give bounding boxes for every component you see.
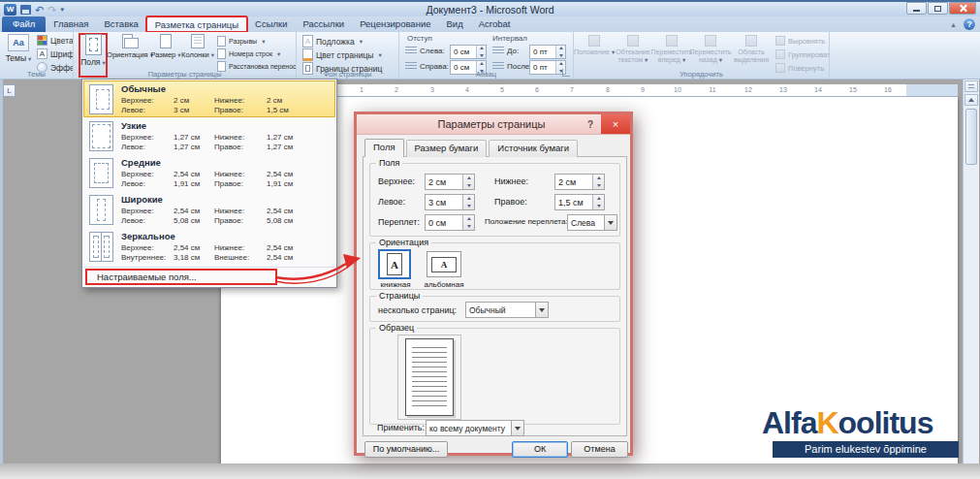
up-arrow-icon[interactable] [463, 175, 474, 182]
scrollbar-thumb[interactable] [965, 109, 977, 165]
margins-option-mirrored[interactable]: Зеркальное Верхнее:2,54 смНижнее:2,54 см… [83, 228, 335, 265]
top-margin-stepper[interactable]: 2 см [425, 174, 475, 190]
indent-left-arrows[interactable] [476, 46, 486, 58]
down-arrow-icon[interactable] [463, 182, 474, 190]
tab-mailings[interactable]: Рассылки [295, 16, 352, 32]
minimize-ribbon-icon[interactable]: ▲ [950, 21, 957, 28]
themes-button[interactable]: Темы [4, 34, 33, 63]
up-arrow-icon[interactable] [463, 215, 474, 223]
tab-references[interactable]: Ссылки [247, 16, 295, 32]
dialog-close-button[interactable]: × [601, 114, 630, 134]
left-margin-stepper[interactable]: 3 см [425, 194, 475, 210]
dialog-title-bar[interactable]: Параметры страницы ? × [357, 114, 630, 135]
indent-left-stepper[interactable]: 0 см [450, 45, 487, 59]
close-button[interactable] [949, 2, 976, 15]
selection-pane-button[interactable]: Область выделения [731, 35, 772, 63]
line-numbers-button[interactable]: Номера строк [217, 48, 280, 59]
tab-stop-selector[interactable]: L [3, 84, 16, 97]
down-arrow-icon[interactable] [463, 203, 474, 210]
help-icon[interactable]: ? [964, 18, 975, 30]
apply-to-select[interactable]: ко всему документу [426, 420, 524, 436]
down-arrow-icon[interactable] [593, 182, 604, 190]
tab-review[interactable]: Рецензирование [352, 16, 438, 32]
tab-acrobat[interactable]: Acrobat [471, 16, 519, 32]
stepper-arrows[interactable] [592, 175, 604, 189]
position-button[interactable]: Положение [576, 35, 613, 56]
gutter-stepper[interactable]: 0 см [425, 214, 475, 231]
up-arrow-icon[interactable] [593, 175, 604, 182]
redo-icon[interactable]: ↷ [47, 5, 56, 15]
paragraph-dialog-launcher-icon[interactable] [562, 69, 570, 77]
down-arrow-icon[interactable] [593, 203, 604, 210]
scroll-up-button[interactable] [964, 94, 978, 106]
dialog-tab-paper-size[interactable]: Размер бумаги [406, 140, 488, 157]
size-button[interactable]: Размер [151, 34, 180, 59]
word-logo-icon[interactable]: W [4, 4, 16, 16]
tab-view[interactable]: Вид [438, 16, 470, 32]
up-arrow-icon[interactable] [463, 195, 474, 203]
margins-option-normal[interactable]: Обычные Верхнее:2 смНижнее:2 см Левое:3 … [83, 80, 335, 117]
stepper-arrows[interactable] [592, 195, 604, 209]
breaks-button[interactable]: Разрывы [217, 36, 265, 47]
cancel-button[interactable]: Отмена [571, 441, 628, 458]
spacing-before-stepper[interactable]: 0 пт [529, 45, 566, 59]
theme-colors-button[interactable]: Цвета [37, 35, 74, 46]
combo-arrow-icon[interactable] [604, 215, 616, 230]
dialog-tab-margins[interactable]: Поля [364, 139, 404, 157]
send-backward-icon [705, 35, 716, 47]
minimize-button[interactable] [906, 2, 927, 15]
save-icon[interactable] [20, 5, 31, 15]
margin-value: 1,27 см [174, 143, 214, 152]
margin-value: 2 см [267, 96, 307, 106]
tab-insert[interactable]: Вставка [97, 16, 146, 32]
down-arrow-icon[interactable] [463, 223, 474, 231]
multiple-pages-select[interactable]: Обычный [465, 302, 549, 318]
margins-option-medium[interactable]: Средние Верхнее:2,54 смНижнее:2,54 см Ле… [83, 154, 335, 191]
ruler-number: 16 [881, 86, 895, 93]
tab-home[interactable]: Главная [46, 16, 96, 32]
send-backward-button[interactable]: Переместить назад [692, 35, 729, 63]
down-arrow-icon[interactable] [556, 52, 565, 59]
combo-arrow-icon[interactable] [511, 421, 523, 435]
down-arrow-icon[interactable] [477, 52, 486, 59]
stepper-arrows[interactable] [462, 215, 474, 230]
watermark-button[interactable]: Подложка [302, 35, 363, 48]
wrap-text-button[interactable]: Обтекание текстом [615, 35, 651, 63]
combo-arrow-icon[interactable] [535, 303, 548, 317]
right-margin-stepper[interactable]: 1,5 см [554, 194, 605, 210]
portrait-option[interactable]: A [378, 249, 411, 279]
margins-option-name: Средние [121, 157, 330, 168]
margin-value: 3,18 см [174, 253, 214, 263]
tab-file[interactable]: Файл [2, 16, 46, 32]
theme-fonts-button[interactable]: Шрифты [37, 48, 74, 59]
ok-button[interactable]: ОК [512, 441, 568, 458]
spacing-before-arrows[interactable] [555, 46, 565, 58]
margins-option-wide[interactable]: Широкие Верхнее:2,54 смНижнее:2,54 см Ле… [83, 191, 335, 228]
gutter-position-select[interactable]: Слева [567, 214, 617, 231]
landscape-option[interactable]: A [427, 251, 461, 277]
dialog-title: Параметры страницы [357, 118, 580, 130]
custom-margins-menu-item[interactable]: Настраиваемые поля... [83, 267, 335, 285]
margins-option-narrow[interactable]: Узкие Верхнее:1,27 смНижнее:1,27 см Лево… [83, 117, 335, 154]
bring-forward-button[interactable]: Переместить вперед [653, 35, 690, 63]
margins-fieldset: Поля Верхнее: 2 см Нижнее: 2 см Левое: 3… [369, 163, 620, 237]
columns-button[interactable]: Колонки [180, 34, 215, 59]
align-button[interactable]: Выровнять [775, 36, 830, 46]
page-color-button[interactable]: Цвет страницы [302, 48, 382, 61]
dialog-help-button[interactable]: ? [580, 119, 601, 130]
orientation-button[interactable]: Ориентация [109, 34, 151, 59]
ruler-toggle-button[interactable] [964, 80, 978, 92]
margin-label: Верхнее: [121, 207, 174, 216]
stepper-arrows[interactable] [462, 175, 474, 189]
tab-page-layout[interactable]: Разметка страницы [146, 16, 247, 32]
default-button[interactable]: По умолчанию... [364, 441, 448, 458]
group-button[interactable]: Группировать [775, 49, 830, 59]
dialog-tab-paper-source[interactable]: Источник бумаги [489, 140, 578, 157]
undo-icon[interactable]: ↶ [35, 5, 44, 15]
bottom-margin-stepper[interactable]: 2 см [554, 174, 605, 190]
spacing-title: Интервал [492, 34, 527, 43]
stepper-arrows[interactable] [462, 195, 474, 209]
up-arrow-icon[interactable] [593, 195, 604, 203]
qat-customize-icon[interactable]: ▾ [60, 6, 64, 14]
maximize-button[interactable] [928, 2, 948, 15]
